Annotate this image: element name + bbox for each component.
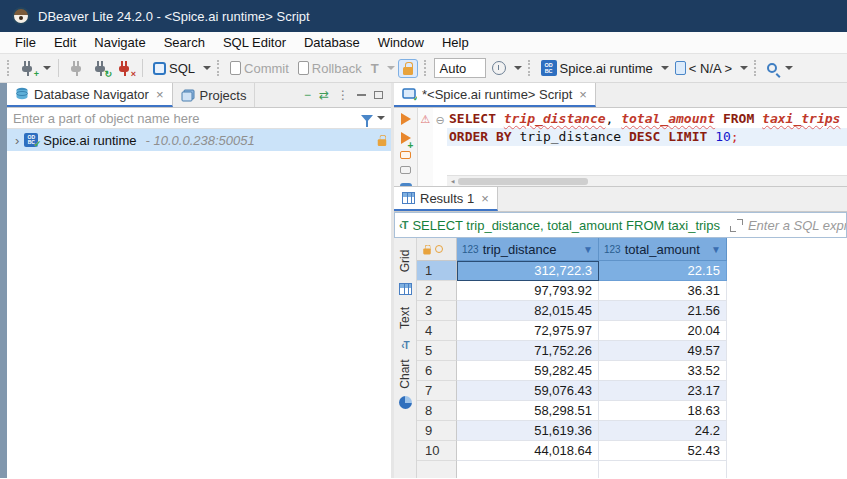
code-line[interactable]: ORDER BY trip_distance DESC LIMIT 10; [447,128,847,146]
transaction-mode-toggle[interactable] [398,59,418,78]
grid-cell[interactable]: 71,752.26 [457,341,599,361]
close-icon[interactable]: × [481,191,489,206]
script-icon[interactable] [400,166,411,174]
results-filter-bar[interactable]: ‹T SELECT trip_distance, total_amount FR… [394,212,847,238]
grid-cell[interactable]: 97,793.92 [457,281,599,301]
filter-expression-placeholder[interactable]: Enter a SQL expression to [748,218,847,233]
column-header-trip-distance[interactable]: 123 trip_distance ▼ [457,238,599,261]
grid-cell[interactable]: 52.43 [599,441,727,461]
row-number[interactable]: 4 [417,321,457,341]
rollback-button[interactable]: Rollback [295,59,365,78]
close-icon[interactable]: × [579,87,587,102]
grid-row[interactable]: 858,298.5118.63 [417,401,847,421]
filter-dropdown[interactable] [377,116,385,120]
execute-new-tab-icon[interactable]: + [401,132,411,144]
commit-mode-combo[interactable]: Auto [434,58,486,78]
tree-item-connection[interactable]: › ODBC ✓ Spice.ai runtime - 10.0.0.238:5… [7,129,391,151]
grid-row[interactable]: 951,619.3624.2 [417,421,847,441]
row-number[interactable]: 9 [417,421,457,441]
row-number[interactable]: 3 [417,301,457,321]
grid-cell[interactable]: 44,018.64 [457,441,599,461]
grid-row[interactable]: 472,975.9720.04 [417,321,847,341]
grid-cell[interactable]: 18.63 [599,401,727,421]
grid-row[interactable]: 297,793.9236.31 [417,281,847,301]
grid-row[interactable]: 1044,018.6452.43 [417,441,847,461]
grid-cell[interactable]: 51,619.36 [457,421,599,441]
expand-filter-icon[interactable] [730,219,743,232]
grid-cell[interactable]: 312,722.3 [457,261,599,281]
tab-results-1[interactable]: Results 1 × [394,187,498,211]
tab-sql-script[interactable]: ✓ *<Spice.ai runtime> Script × [394,83,596,107]
execute-script-icon[interactable] [400,151,411,159]
grid-corner-cell[interactable] [417,238,457,261]
grid-cell[interactable]: 58,298.51 [457,401,599,421]
tab-database-navigator[interactable]: Database Navigator × [7,83,173,107]
row-number[interactable]: 2 [417,281,457,301]
grid-cell[interactable]: 22.15 [599,261,727,281]
grid-cell[interactable]: 59,076.43 [457,381,599,401]
active-schema-selector[interactable]: < N/A > [672,59,735,78]
menu-help[interactable]: Help [433,33,478,52]
disconnect-all-button[interactable]: × [114,58,135,78]
commit-button[interactable]: Commit [227,59,292,78]
menu-sql-editor[interactable]: SQL Editor [214,33,295,52]
scrollbar-thumb[interactable] [458,178,588,185]
grid-cell[interactable]: 33.52 [599,361,727,381]
row-number[interactable]: 5 [417,341,457,361]
code-line[interactable]: SELECT trip_distance, total_amount FROM … [447,110,847,128]
row-number[interactable]: 8 [417,401,457,421]
grid-row[interactable]: 1312,722.322.15 [417,261,847,281]
chevron-right-icon[interactable]: › [15,133,19,148]
grid-row[interactable]: 659,282.4533.52 [417,361,847,381]
schema-dropdown[interactable] [740,66,748,70]
new-sql-editor-button[interactable]: SQL [150,59,198,78]
minimize-icon[interactable] [357,94,366,96]
code-area[interactable]: SELECT trip_distance, total_amount FROM … [447,108,847,186]
execute-statement-icon[interactable] [401,113,411,125]
grid-cell[interactable]: 23.17 [599,381,727,401]
view-menu-icon[interactable]: ⋮ [337,88,349,102]
disconnect-button[interactable] [66,58,87,78]
sort-desc-icon[interactable]: ▼ [583,244,593,255]
row-number[interactable]: 6 [417,361,457,381]
search-button[interactable] [764,61,780,75]
menu-window[interactable]: Window [369,33,433,52]
grid-cell[interactable]: 20.04 [599,321,727,341]
grid-row[interactable]: 382,015.4521.56 [417,301,847,321]
grid-cell[interactable]: 82,015.45 [457,301,599,321]
object-filter-input[interactable] [7,111,361,126]
search-dropdown[interactable] [785,66,793,70]
column-header-total-amount[interactable]: 123 total_amount ▼ [599,238,727,261]
tab-projects[interactable]: Projects [173,83,256,107]
maximize-icon[interactable] [374,91,383,99]
row-number[interactable]: 1 [417,261,457,281]
menu-database[interactable]: Database [295,33,369,52]
row-number[interactable]: 10 [417,441,457,461]
scroll-left-icon[interactable]: ◂ [447,172,458,186]
grid-cell[interactable]: 24.2 [599,421,727,441]
menu-edit[interactable]: Edit [45,33,85,52]
menu-search[interactable]: Search [155,33,214,52]
grid-cell[interactable]: 59,282.45 [457,361,599,381]
connect-dropdown[interactable] [43,66,51,70]
grid-cell[interactable]: 49.57 [599,341,727,361]
filter-funnel-icon[interactable] [361,115,373,122]
sql-dropdown[interactable] [203,66,211,70]
connection-dropdown[interactable] [661,66,669,70]
connect-button[interactable]: + [17,58,38,78]
editor-hscrollbar[interactable]: ◂ [447,175,847,186]
fold-collapse-icon[interactable]: ⊖ [435,114,444,126]
side-tab-chart[interactable]: Chart [398,357,412,409]
close-icon[interactable]: × [156,87,164,102]
transaction-log-button[interactable]: T [368,59,382,78]
grid-cell[interactable]: 36.31 [599,281,727,301]
grid-row[interactable]: 571,752.2649.57 [417,341,847,361]
side-tab-grid[interactable]: Grid [398,244,412,295]
reconnect-button[interactable]: ↻ [90,58,111,78]
transaction-dropdown[interactable] [387,66,395,70]
collapse-all-icon[interactable]: − [304,88,311,102]
side-tab-text[interactable]: Text ‹T [398,301,412,351]
grid-cell[interactable]: 21.56 [599,301,727,321]
menu-file[interactable]: File [6,33,45,52]
active-connection-selector[interactable]: ODBC Spice.ai runtime [538,58,656,78]
